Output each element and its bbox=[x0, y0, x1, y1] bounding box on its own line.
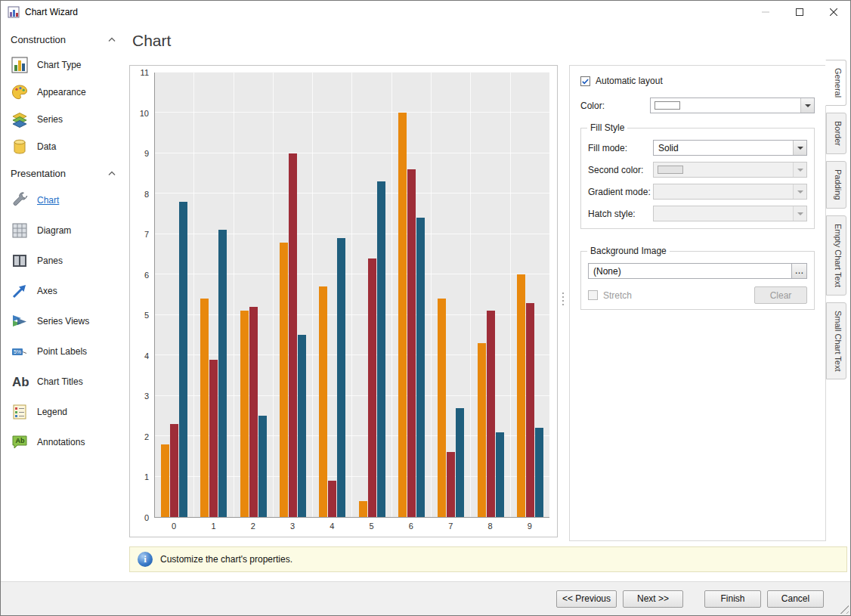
sidebar-item-series-views[interactable]: Series Views bbox=[11, 306, 126, 336]
footer-bar: << Previous Next >> Finish Cancel bbox=[1, 581, 850, 615]
sidebar-item-series[interactable]: Series bbox=[11, 106, 126, 133]
bar-series-2 bbox=[368, 258, 376, 517]
fill-mode-dropdown[interactable]: Solid bbox=[653, 140, 807, 156]
automatic-layout-checkbox[interactable] bbox=[580, 76, 590, 86]
tab-small-chart-text[interactable]: Small Chart Text bbox=[826, 302, 846, 380]
y-axis-tick-label: 8 bbox=[144, 190, 149, 198]
background-image-field[interactable]: (None) … bbox=[588, 263, 807, 279]
y-axis-tick-label: 1 bbox=[144, 473, 149, 481]
sidebar-section-presentation[interactable]: Presentation bbox=[11, 168, 126, 179]
data-icon bbox=[11, 138, 29, 156]
sidebar: ConstructionChart TypeAppearanceSeriesDa… bbox=[1, 23, 126, 581]
sidebar-item-legend[interactable]: Legend bbox=[11, 397, 126, 427]
chevron-down-icon[interactable] bbox=[793, 141, 806, 155]
x-axis-tick-label: 4 bbox=[312, 518, 351, 533]
background-image-group: Background Image (None) … Stretch Clear bbox=[580, 251, 815, 310]
properties-panel: Automatic layout Color: Fill Style Fill … bbox=[569, 65, 826, 541]
sidebar-item-chart-titles[interactable]: AbChart Titles bbox=[11, 367, 126, 397]
chart-preview: 01234567891011 0123456789 bbox=[129, 65, 558, 537]
window-controls bbox=[748, 1, 850, 23]
hatch-style-row: Hatch style: bbox=[588, 206, 807, 221]
bar-group bbox=[511, 73, 549, 517]
bar-series-1 bbox=[359, 501, 367, 517]
bar-group bbox=[432, 73, 471, 517]
sidebar-item-annotations[interactable]: AbAnnotations bbox=[11, 427, 126, 457]
gradient-mode-row: Gradient mode: bbox=[588, 184, 807, 200]
property-tabs: GeneralBorderPaddingEmpty Chart TextSmal… bbox=[826, 60, 846, 379]
bar-series-3 bbox=[496, 432, 504, 517]
series-views-icon bbox=[11, 312, 29, 330]
point-labels-icon: 5% bbox=[11, 342, 29, 361]
chevron-up-icon[interactable] bbox=[108, 171, 116, 176]
finish-button[interactable]: Finish bbox=[704, 590, 761, 608]
bar-group bbox=[274, 73, 313, 517]
sidebar-item-appearance[interactable]: Appearance bbox=[11, 79, 126, 106]
chevron-down-icon bbox=[793, 206, 806, 221]
clear-button[interactable]: Clear bbox=[754, 286, 807, 304]
hatch-style-dropdown[interactable] bbox=[653, 206, 807, 221]
bar-series-2 bbox=[526, 303, 534, 517]
plot-area bbox=[154, 73, 549, 518]
tab-border[interactable]: Border bbox=[826, 113, 846, 154]
sidebar-item-data[interactable]: Data bbox=[11, 133, 126, 160]
chevron-down-icon bbox=[793, 184, 806, 199]
automatic-layout-label: Automatic layout bbox=[596, 76, 663, 86]
sidebar-section-construction[interactable]: Construction bbox=[11, 34, 126, 45]
color-dropdown[interactable] bbox=[650, 98, 815, 113]
sidebar-item-chart[interactable]: Chart bbox=[11, 185, 126, 215]
browse-button[interactable]: … bbox=[791, 264, 806, 278]
minimize-button[interactable] bbox=[748, 1, 782, 23]
fill-style-group: Fill Style Fill mode: Solid Second color… bbox=[580, 128, 815, 229]
content-area: Chart 01234567891011 0123456789 Automati… bbox=[126, 23, 850, 581]
stretch-checkbox[interactable] bbox=[588, 290, 598, 300]
previous-button[interactable]: << Previous bbox=[556, 590, 617, 608]
diagram-icon bbox=[11, 221, 29, 240]
sidebar-item-point-labels[interactable]: 5%Point Labels bbox=[11, 336, 126, 367]
next-button[interactable]: Next >> bbox=[623, 590, 683, 608]
automatic-layout-row: Automatic layout bbox=[580, 76, 815, 86]
gradient-mode-dropdown[interactable] bbox=[653, 184, 807, 200]
chevron-down-icon[interactable] bbox=[800, 98, 814, 113]
y-axis-tick-label: 5 bbox=[144, 311, 149, 320]
svg-text:Ab: Ab bbox=[12, 375, 29, 389]
title-bar[interactable]: Chart Wizard bbox=[1, 1, 850, 23]
y-axis-tick-label: 3 bbox=[144, 392, 149, 401]
bar-series-2 bbox=[289, 153, 297, 517]
bar-groups bbox=[155, 73, 549, 517]
sidebar-item-label: Data bbox=[37, 141, 56, 152]
sidebar-item-diagram[interactable]: Diagram bbox=[11, 215, 126, 246]
bar-series-2 bbox=[447, 452, 455, 517]
info-bar: i Customize the chart's properties. bbox=[129, 546, 847, 572]
panel-splitter[interactable] bbox=[562, 293, 564, 305]
sidebar-item-chart-type[interactable]: Chart Type bbox=[11, 51, 126, 79]
cancel-button[interactable]: Cancel bbox=[767, 590, 824, 608]
maximize-button[interactable] bbox=[782, 1, 816, 23]
second-color-swatch bbox=[658, 166, 683, 174]
sidebar-item-label: Annotations bbox=[37, 437, 85, 447]
fill-mode-label: Fill mode: bbox=[588, 143, 653, 153]
sidebar-section-label: Presentation bbox=[11, 168, 66, 179]
sidebar-item-label: Series bbox=[37, 114, 63, 125]
bar-series-2 bbox=[487, 311, 495, 517]
info-icon: i bbox=[138, 552, 153, 567]
chevron-up-icon[interactable] bbox=[108, 37, 116, 42]
tab-general[interactable]: General bbox=[825, 60, 846, 106]
y-axis-tick-label: 4 bbox=[144, 351, 149, 360]
y-axis-tick-label: 10 bbox=[140, 109, 149, 117]
bar-series-1 bbox=[319, 286, 327, 517]
info-text: Customize the chart's properties. bbox=[160, 554, 292, 565]
sidebar-item-label: Point Labels bbox=[37, 346, 87, 357]
tab-empty-chart-text[interactable]: Empty Chart Text bbox=[826, 215, 846, 296]
sidebar-item-axes[interactable]: Axes bbox=[11, 276, 126, 306]
bar-series-2 bbox=[209, 360, 218, 517]
bar-series-1 bbox=[161, 444, 169, 517]
second-color-dropdown[interactable] bbox=[653, 162, 807, 178]
bar-series-3 bbox=[179, 202, 187, 517]
y-axis-tick-label: 11 bbox=[141, 69, 149, 77]
svg-text:Ab: Ab bbox=[16, 437, 25, 444]
background-image-actions: Stretch Clear bbox=[588, 286, 807, 304]
sidebar-item-panes[interactable]: Panes bbox=[11, 246, 126, 276]
bar-series-3 bbox=[456, 408, 464, 517]
tab-padding[interactable]: Padding bbox=[826, 161, 846, 208]
close-button[interactable] bbox=[816, 1, 850, 23]
